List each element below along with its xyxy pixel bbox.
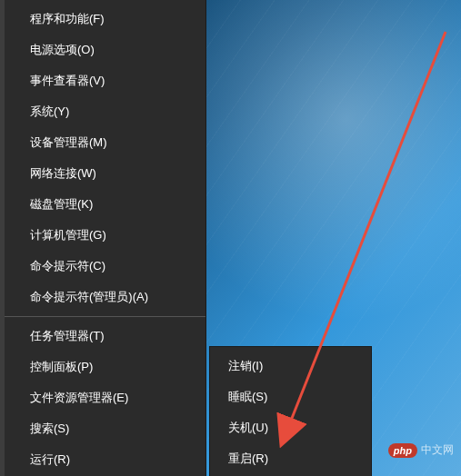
menu-search[interactable]: 搜索(S)	[5, 413, 205, 444]
submenu-shutdown[interactable]: 关机(U)	[210, 412, 371, 443]
submenu-signout[interactable]: 注销(I)	[210, 351, 371, 382]
menu-network-connections[interactable]: 网络连接(W)	[5, 158, 205, 189]
submenu-restart[interactable]: 重启(R)	[210, 443, 371, 474]
menu-file-explorer[interactable]: 文件资源管理器(E)	[5, 382, 205, 413]
shutdown-submenu: 注销(I) 睡眠(S) 关机(U) 重启(R)	[209, 346, 372, 476]
watermark-text: 中文网	[421, 442, 454, 458]
menu-command-prompt[interactable]: 命令提示符(C)	[5, 251, 205, 282]
menu-control-panel[interactable]: 控制面板(P)	[5, 352, 205, 382]
menu-computer-management[interactable]: 计算机管理(G)	[5, 220, 205, 251]
menu-command-prompt-admin[interactable]: 命令提示符(管理员)(A)	[5, 282, 205, 312]
menu-power-options[interactable]: 电源选项(O)	[5, 35, 205, 65]
winx-context-menu: 程序和功能(F) 电源选项(O) 事件查看器(V) 系统(Y) 设备管理器(M)…	[5, 0, 206, 476]
submenu-sleep[interactable]: 睡眠(S)	[210, 382, 371, 412]
watermark: php 中文网	[388, 442, 454, 458]
menu-task-manager[interactable]: 任务管理器(T)	[5, 321, 205, 352]
menu-run[interactable]: 运行(R)	[5, 444, 205, 475]
menu-event-viewer[interactable]: 事件查看器(V)	[5, 65, 205, 96]
menu-programs-features[interactable]: 程序和功能(F)	[5, 4, 205, 35]
menu-device-manager[interactable]: 设备管理器(M)	[5, 127, 205, 158]
watermark-logo: php	[388, 443, 417, 458]
menu-disk-management[interactable]: 磁盘管理(K)	[5, 189, 205, 220]
menu-separator-1	[5, 316, 205, 317]
menu-system[interactable]: 系统(Y)	[5, 96, 205, 127]
